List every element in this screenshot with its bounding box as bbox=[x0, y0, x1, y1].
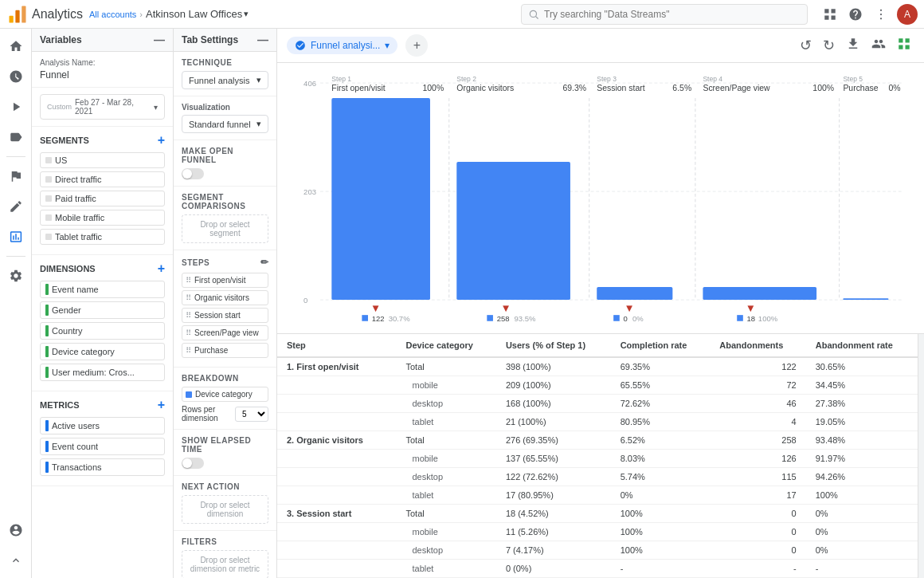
add-segment-btn[interactable]: + bbox=[158, 133, 165, 147]
step-organic[interactable]: ⠿ Organic visitors bbox=[182, 290, 268, 305]
add-metric-btn[interactable]: + bbox=[158, 398, 165, 412]
more-icon-btn[interactable] bbox=[871, 5, 891, 24]
variables-minimize-btn[interactable]: — bbox=[154, 33, 165, 46]
segment-dot bbox=[45, 195, 52, 202]
breadcrumb-sep: › bbox=[139, 10, 143, 19]
grid-icon-btn[interactable] bbox=[820, 5, 840, 24]
sidebar-chart[interactable] bbox=[2, 222, 30, 251]
visualization-section: Visualization Standard funnel ▾ bbox=[174, 96, 276, 140]
cell-users: 122 (72.62%) bbox=[496, 468, 611, 486]
dim-bar bbox=[45, 325, 49, 336]
table-scrollbar[interactable] bbox=[918, 334, 924, 578]
download-btn[interactable] bbox=[843, 33, 863, 57]
col-abandonments: Abandonments bbox=[710, 334, 805, 357]
sidebar-flag[interactable] bbox=[2, 162, 30, 191]
tab-settings-minimize-btn[interactable]: — bbox=[257, 33, 268, 46]
step-session[interactable]: ⠿ Session start bbox=[182, 308, 268, 323]
svg-point-6 bbox=[880, 13, 882, 14]
search-box[interactable] bbox=[521, 4, 808, 25]
open-funnel-toggle[interactable] bbox=[182, 168, 204, 179]
segment-comparison-section: SEGMENT COMPARISONS Drop or select segme… bbox=[174, 187, 276, 250]
step-first-open[interactable]: ⠿ First open/visit bbox=[182, 273, 268, 288]
step-screen[interactable]: ⠿ Screen/Page view bbox=[182, 325, 268, 340]
svg-text:First open/visit: First open/visit bbox=[331, 84, 385, 92]
sidebar-recent[interactable] bbox=[2, 62, 30, 91]
svg-text:Purchase: Purchase bbox=[843, 84, 878, 92]
sidebar-admin[interactable] bbox=[2, 516, 30, 545]
drag-icon: ⠿ bbox=[186, 346, 191, 355]
metric-bar bbox=[45, 462, 49, 473]
elapsed-toggle[interactable] bbox=[182, 458, 204, 469]
breakdown-value[interactable]: Device category bbox=[182, 387, 268, 402]
breadcrumb-parent[interactable]: All accounts bbox=[89, 10, 136, 19]
visualization-dropdown[interactable]: Standard funnel ▾ bbox=[182, 115, 268, 133]
help-icon-btn[interactable] bbox=[846, 5, 865, 24]
step-purchase[interactable]: ⠿ Purchase bbox=[182, 343, 268, 358]
svg-text:406: 406 bbox=[303, 79, 316, 88]
segment-direct[interactable]: Direct traffic bbox=[40, 171, 165, 187]
date-range-picker[interactable]: Custom Feb 27 - Mar 28, 2021 ▾ bbox=[40, 94, 165, 120]
cell-abandonments: 46 bbox=[710, 395, 805, 413]
metric-active-users[interactable]: Active users bbox=[40, 417, 165, 434]
share-users-btn[interactable] bbox=[868, 33, 889, 57]
sidebar-settings[interactable] bbox=[2, 261, 30, 290]
technique-dropdown[interactable]: Funnel analysis ▾ bbox=[182, 71, 268, 89]
segment-mobile[interactable]: Mobile traffic bbox=[40, 210, 165, 226]
rows-per-dimension-row: Rows per dimension 5 10 25 bbox=[182, 405, 268, 423]
grid-view-btn[interactable] bbox=[894, 33, 914, 57]
col-device: Device category bbox=[396, 334, 495, 357]
metrics-title: METRICS bbox=[40, 400, 80, 410]
add-dimension-btn[interactable]: + bbox=[158, 261, 165, 276]
cell-device: desktop bbox=[396, 468, 495, 486]
pencil-icon[interactable]: ✏ bbox=[260, 257, 268, 268]
funnel-analysis-tab[interactable]: Funnel analysi... ▾ bbox=[287, 37, 397, 54]
segment-tablet[interactable]: Tablet traffic bbox=[40, 229, 165, 245]
segment-paid[interactable]: Paid traffic bbox=[40, 191, 165, 206]
dimensions-title: DIMENSIONS bbox=[40, 264, 96, 273]
user-avatar[interactable]: A bbox=[897, 4, 918, 25]
filters-drop[interactable]: Drop or select dimension or metric bbox=[182, 550, 268, 578]
svg-text:0: 0 bbox=[624, 314, 628, 323]
sidebar-home[interactable] bbox=[2, 32, 30, 61]
sidebar-pencil[interactable] bbox=[2, 192, 30, 221]
cell-completion: 8.03% bbox=[611, 450, 711, 468]
metric-event-count[interactable]: Event count bbox=[40, 438, 165, 455]
segment-us[interactable]: US bbox=[40, 152, 165, 168]
dim-country[interactable]: Country bbox=[40, 322, 165, 340]
dim-user-medium[interactable]: User medium: Cros... bbox=[40, 364, 165, 381]
svg-text:0%: 0% bbox=[632, 314, 644, 323]
analysis-name-section: Analysis Name: Funnel bbox=[32, 52, 173, 88]
segments-section: SEGMENTS + US Direct traffic Paid traffi… bbox=[32, 127, 173, 255]
elapsed-time-section: SHOW ELAPSED TIME bbox=[174, 430, 276, 476]
dim-device[interactable]: Device category bbox=[40, 343, 165, 360]
cell-abandonment-rate: 19.05% bbox=[806, 413, 918, 431]
table-row: tablet 21 (100%) 80.95% 4 19.05% bbox=[277, 413, 918, 431]
breakdown-color-swatch bbox=[186, 391, 192, 398]
cell-completion: 6.52% bbox=[611, 431, 711, 450]
breadcrumb-current[interactable]: Atkinson Law Offices ▾ bbox=[146, 8, 249, 20]
sidebar-tag[interactable] bbox=[2, 123, 30, 151]
table-row: tablet 0 (0%) - - - bbox=[277, 560, 918, 578]
next-action-drop[interactable]: Drop or select dimension bbox=[182, 495, 268, 524]
search-input[interactable] bbox=[544, 9, 801, 20]
redo-btn[interactable]: ↻ bbox=[820, 33, 838, 57]
table-row: tablet 17 (80.95%) 0% 17 100% bbox=[277, 486, 918, 505]
sidebar-chevron[interactable] bbox=[2, 546, 30, 575]
cell-abandonments: 17 bbox=[710, 486, 805, 505]
drag-icon: ⠿ bbox=[186, 311, 191, 320]
dim-gender[interactable]: Gender bbox=[40, 301, 165, 319]
cell-abandonments: 0 bbox=[710, 523, 805, 541]
app-title: Analytics bbox=[32, 7, 83, 22]
sidebar-arrow[interactable] bbox=[2, 92, 30, 121]
metric-transactions[interactable]: Transactions bbox=[40, 458, 165, 476]
rows-select[interactable]: 5 10 25 bbox=[235, 407, 268, 422]
cell-device: mobile bbox=[396, 450, 495, 468]
sidebar-divider-2 bbox=[6, 256, 25, 257]
add-tab-btn[interactable]: + bbox=[405, 34, 428, 57]
segment-comparison-drop[interactable]: Drop or select segment bbox=[182, 214, 268, 243]
table-scroll[interactable]: Step Device category Users (% of Step 1)… bbox=[277, 334, 918, 578]
cell-abandonments: 4 bbox=[710, 413, 805, 431]
undo-btn[interactable]: ↺ bbox=[797, 33, 815, 57]
dim-event-name[interactable]: Event name bbox=[40, 281, 165, 298]
main-content: Funnel analysi... ▾ + ↺ ↻ bbox=[277, 29, 924, 578]
